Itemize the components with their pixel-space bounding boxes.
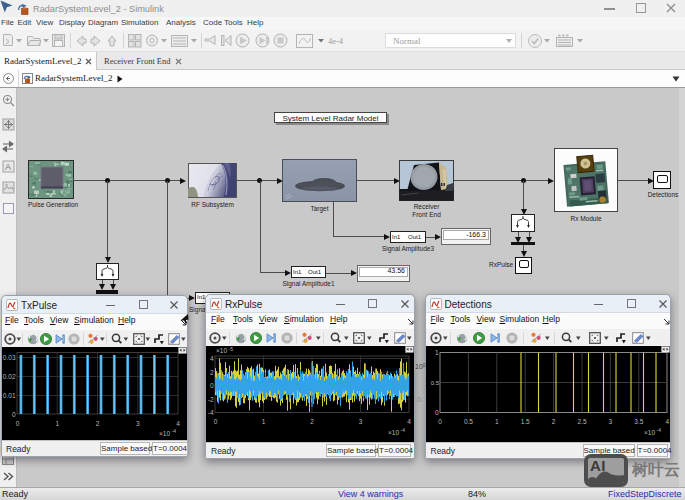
svg-text:1: 1: [494, 418, 498, 425]
svg-text:3: 3: [359, 418, 363, 425]
svg-text:2: 2: [210, 369, 214, 376]
svg-text:0.5: 0.5: [463, 418, 472, 425]
svg-text:3: 3: [136, 420, 140, 427]
svg-text:1: 1: [262, 418, 266, 425]
svg-text:1: 1: [55, 420, 59, 427]
svg-text:2: 2: [310, 418, 314, 425]
svg-text:×10: ×10: [644, 429, 655, 436]
svg-text:×10: ×10: [159, 430, 170, 437]
svg-text:0.03: 0.03: [3, 354, 16, 361]
svg-text:2: 2: [96, 420, 100, 427]
svg-text:-4: -4: [208, 409, 214, 416]
svg-text:×10: ×10: [216, 347, 227, 354]
svg-text:-5: -5: [229, 346, 234, 352]
svg-text:4: 4: [665, 418, 669, 425]
svg-text:1: 1: [434, 349, 438, 356]
svg-text:1.5: 1.5: [520, 418, 529, 425]
svg-text:0.02: 0.02: [3, 373, 16, 380]
svg-text:3: 3: [608, 418, 612, 425]
svg-text:0.5: 0.5: [430, 380, 439, 386]
svg-text:0: 0: [210, 382, 214, 389]
svg-text:0: 0: [16, 420, 20, 427]
svg-text:4: 4: [176, 420, 180, 427]
svg-text:2: 2: [551, 418, 555, 425]
svg-text:0.01: 0.01: [3, 392, 16, 399]
svg-text:-4: -4: [172, 428, 177, 434]
svg-text:3.5: 3.5: [634, 418, 643, 425]
svg-text:0: 0: [214, 418, 218, 425]
svg-text:4: 4: [407, 418, 411, 425]
svg-text:4: 4: [210, 355, 214, 362]
svg-text:0: 0: [438, 418, 442, 425]
svg-text:2.5: 2.5: [577, 418, 586, 425]
svg-text:0: 0: [12, 411, 16, 418]
svg-text:-2: -2: [208, 396, 214, 403]
svg-text:0: 0: [434, 409, 438, 416]
svg-text:-4: -4: [401, 427, 406, 433]
svg-text:×10: ×10: [388, 429, 399, 436]
svg-text:-4: -4: [656, 427, 661, 433]
